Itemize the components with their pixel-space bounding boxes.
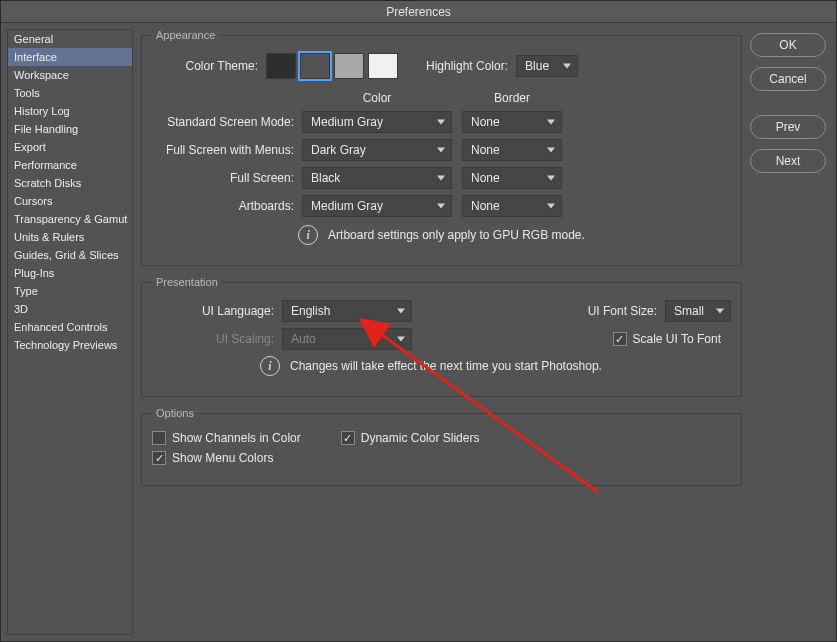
sidebar-item-transparency-gamut[interactable]: Transparency & Gamut <box>8 210 132 228</box>
sidebar-item-3d[interactable]: 3D <box>8 300 132 318</box>
prev-button[interactable]: Prev <box>750 115 826 139</box>
sidebar-item-type[interactable]: Type <box>8 282 132 300</box>
scale-ui-to-font-checkbox[interactable]: Scale UI To Font <box>613 332 722 346</box>
screen-mode-label: Full Screen with Menus: <box>152 143 302 157</box>
screen-mode-label: Standard Screen Mode: <box>152 115 302 129</box>
title-bar: Preferences <box>1 1 836 23</box>
theme-swatch-light[interactable] <box>334 53 364 79</box>
screen-mode-row: Artboards:Medium GrayNone <box>152 195 731 217</box>
appearance-note: Artboard settings only apply to GPU RGB … <box>328 228 585 242</box>
preferences-window: Preferences GeneralInterfaceWorkspaceToo… <box>0 0 837 642</box>
screen-mode-label: Artboards: <box>152 199 302 213</box>
presentation-group: Presentation UI Language: English UI Fon… <box>141 276 742 397</box>
highlight-color-label: Highlight Color: <box>426 59 508 73</box>
screen-mode-border-select[interactable]: None <box>462 139 562 161</box>
ok-button[interactable]: OK <box>750 33 826 57</box>
main-panel: Appearance Color Theme: Highlight Color:… <box>133 23 748 641</box>
screen-mode-border-select[interactable]: None <box>462 111 562 133</box>
options-legend: Options <box>152 407 198 419</box>
sidebar-item-scratch-disks[interactable]: Scratch Disks <box>8 174 132 192</box>
appearance-group: Appearance Color Theme: Highlight Color:… <box>141 29 742 266</box>
sidebar-item-tools[interactable]: Tools <box>8 84 132 102</box>
ui-font-size-label: UI Font Size: <box>588 304 657 318</box>
ui-font-size-select[interactable]: Small <box>665 300 731 322</box>
ui-scaling-select: Auto <box>282 328 412 350</box>
sidebar-item-plug-ins[interactable]: Plug-Ins <box>8 264 132 282</box>
options-group: Options Show Channels in Color Dynamic C… <box>141 407 742 486</box>
sidebar-item-units-rulers[interactable]: Units & Rulers <box>8 228 132 246</box>
presentation-legend: Presentation <box>152 276 222 288</box>
window-title: Preferences <box>386 5 451 19</box>
sidebar-item-performance[interactable]: Performance <box>8 156 132 174</box>
theme-swatch-darkest[interactable] <box>266 53 296 79</box>
sidebar-item-guides-grid-slices[interactable]: Guides, Grid & Slices <box>8 246 132 264</box>
column-header-border: Border <box>462 91 562 105</box>
screen-mode-row: Full Screen with Menus:Dark GrayNone <box>152 139 731 161</box>
info-icon: i <box>298 225 318 245</box>
screen-mode-border-select[interactable]: None <box>462 167 562 189</box>
column-header-color: Color <box>302 91 452 105</box>
screen-mode-row: Standard Screen Mode:Medium GrayNone <box>152 111 731 133</box>
sidebar-item-general[interactable]: General <box>8 30 132 48</box>
checkbox-icon <box>613 332 627 346</box>
presentation-note: Changes will take effect the next time y… <box>290 359 602 373</box>
ui-language-label: UI Language: <box>152 304 282 318</box>
highlight-color-select[interactable]: Blue <box>516 55 578 77</box>
theme-swatch-lightest[interactable] <box>368 53 398 79</box>
sidebar-item-file-handling[interactable]: File Handling <box>8 120 132 138</box>
screen-mode-color-select[interactable]: Dark Gray <box>302 139 452 161</box>
appearance-legend: Appearance <box>152 29 219 41</box>
cancel-button[interactable]: Cancel <box>750 67 826 91</box>
screen-mode-border-select[interactable]: None <box>462 195 562 217</box>
checkbox-icon <box>341 431 355 445</box>
checkbox-icon <box>152 431 166 445</box>
sidebar-item-workspace[interactable]: Workspace <box>8 66 132 84</box>
show-menu-colors-checkbox[interactable]: Show Menu Colors <box>152 451 273 465</box>
sidebar-item-history-log[interactable]: History Log <box>8 102 132 120</box>
screen-mode-row: Full Screen:BlackNone <box>152 167 731 189</box>
sidebar-item-interface[interactable]: Interface <box>8 48 132 66</box>
sidebar-item-export[interactable]: Export <box>8 138 132 156</box>
content-row: GeneralInterfaceWorkspaceToolsHistory Lo… <box>1 23 836 641</box>
sidebar-item-technology-previews[interactable]: Technology Previews <box>8 336 132 354</box>
show-channels-checkbox[interactable]: Show Channels in Color <box>152 431 301 445</box>
sidebar-item-cursors[interactable]: Cursors <box>8 192 132 210</box>
screen-mode-color-select[interactable]: Black <box>302 167 452 189</box>
info-icon: i <box>260 356 280 376</box>
sidebar-item-enhanced-controls[interactable]: Enhanced Controls <box>8 318 132 336</box>
ui-language-select[interactable]: English <box>282 300 412 322</box>
sidebar: GeneralInterfaceWorkspaceToolsHistory Lo… <box>7 29 133 635</box>
screen-mode-label: Full Screen: <box>152 171 302 185</box>
color-theme-label: Color Theme: <box>152 59 266 73</box>
color-theme-swatches <box>266 53 398 79</box>
right-button-column: OK Cancel Prev Next <box>748 23 836 641</box>
dynamic-sliders-checkbox[interactable]: Dynamic Color Sliders <box>341 431 480 445</box>
screen-mode-color-select[interactable]: Medium Gray <box>302 195 452 217</box>
next-button[interactable]: Next <box>750 149 826 173</box>
checkbox-icon <box>152 451 166 465</box>
ui-scaling-label: UI Scaling: <box>152 332 282 346</box>
theme-swatch-dark[interactable] <box>300 53 330 79</box>
screen-mode-color-select[interactable]: Medium Gray <box>302 111 452 133</box>
